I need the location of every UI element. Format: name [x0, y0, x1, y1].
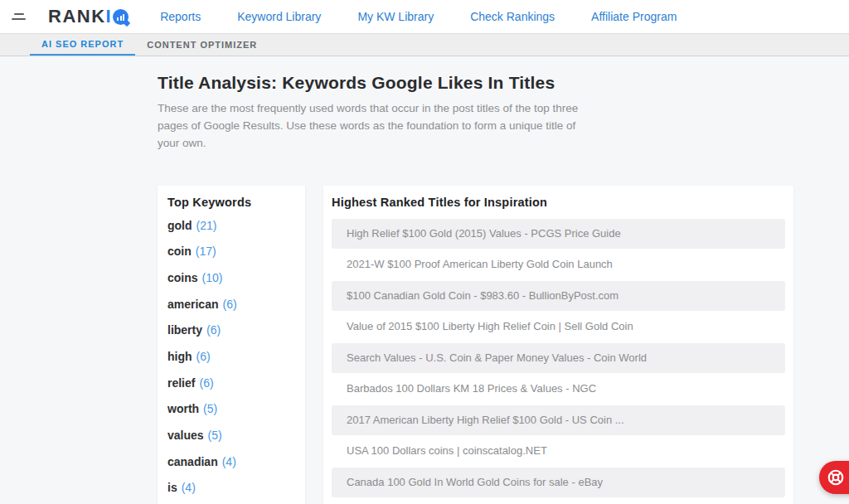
keyword-count: (6) [199, 376, 213, 390]
keyword-count: (5) [203, 402, 217, 415]
rankiq-logo[interactable]: RANKI [48, 6, 129, 27]
tab-ai-seo-report[interactable]: AI SEO REPORT [30, 34, 135, 56]
keyword-item: coin(17) [167, 238, 295, 264]
hamburger-menu-icon[interactable] [12, 7, 30, 26]
keyword-item: values(5) [167, 422, 295, 448]
keyword-count: (6) [196, 350, 211, 363]
logo-text-dark: RANK [48, 6, 106, 27]
keyword-word: liberty [167, 323, 202, 337]
keyword-item: much(4) [167, 501, 295, 504]
keyword-word: high [167, 350, 192, 363]
keyword-word: canadian [167, 455, 218, 468]
tab-content-optimizer[interactable]: CONTENT OPTIMIZER [135, 34, 269, 56]
report-tabbar: AI SEO REPORT CONTENT OPTIMIZER [0, 33, 849, 56]
keyword-item: worth(5) [167, 396, 295, 423]
nav-link-check-rankings[interactable]: Check Rankings [470, 10, 555, 23]
ranked-title-row: USA 100 Dollars coins | coinscatalog.NET [332, 436, 785, 466]
page-title: Title Analysis: Keywords Google Likes In… [158, 73, 849, 93]
help-beacon-button[interactable] [819, 461, 849, 494]
keyword-item: relief(6) [167, 370, 295, 396]
top-keywords-panel: Top Keywords gold(21) coin(17) coins(10)… [158, 186, 305, 504]
ranked-title-row: High Relief $100 Gold (2015) Values - PC… [332, 219, 785, 249]
ranked-title-row: Canada 100 Gold In World Gold Coins for … [332, 468, 785, 497]
keyword-count: (21) [196, 219, 217, 232]
keyword-word: coins [167, 271, 198, 284]
primary-nav: Reports Keyword Library My KW Library Ch… [160, 10, 677, 23]
ranked-titles-panel: Highest Ranked Titles for Inspiration Hi… [323, 186, 793, 504]
top-keywords-heading: Top Keywords [167, 196, 295, 209]
keyword-count: (6) [206, 323, 221, 337]
nav-link-keyword-library[interactable]: Keyword Library [237, 10, 321, 23]
keyword-count: (17) [196, 245, 216, 258]
keyword-word: gold [167, 219, 192, 232]
ranked-title-row: Search Values - U.S. Coin & Paper Money … [332, 343, 785, 373]
ranked-titles-heading: Highest Ranked Titles for Inspiration [332, 196, 785, 209]
rankiq-q-chart-icon [113, 9, 129, 25]
keyword-count: (5) [208, 429, 222, 442]
life-ring-icon [827, 468, 845, 487]
keyword-word: american [167, 298, 218, 311]
keyword-word: relief [167, 376, 195, 390]
keyword-item: is(4) [167, 475, 295, 502]
main-content: Title Analysis: Keywords Google Likes In… [0, 56, 849, 504]
nav-link-affiliate-program[interactable]: Affiliate Program [591, 10, 677, 23]
ranked-title-row: How much are my $100 Platinum Eagles (Pr… [332, 498, 785, 504]
keyword-count: (4) [182, 481, 196, 494]
logo-text-blue: I [106, 6, 113, 27]
ranked-titles-list: High Relief $100 Gold (2015) Values - PC… [332, 219, 785, 504]
keyword-item: high(6) [167, 343, 295, 370]
top-navbar: RANKI Reports Keyword Library My KW Libr… [0, 0, 849, 33]
keyword-word: worth [167, 402, 199, 415]
keyword-item: american(6) [167, 291, 295, 317]
keyword-count: (4) [222, 455, 236, 468]
nav-link-reports[interactable]: Reports [160, 10, 201, 23]
keyword-item: coins(10) [167, 264, 295, 291]
nav-link-my-kw-library[interactable]: My KW Library [357, 10, 434, 23]
ranked-title-row: Barbados 100 Dollars KM 18 Prices & Valu… [332, 374, 785, 404]
keyword-item: liberty(6) [167, 317, 295, 344]
keyword-count: (6) [222, 298, 236, 311]
ranked-title-row: $100 Canadian Gold Coin - $983.60 - Bull… [332, 281, 785, 311]
keyword-item: gold(21) [167, 212, 295, 239]
ranked-title-row: Value of 2015 $100 Liberty High Relief C… [332, 312, 785, 342]
keyword-count: (10) [202, 271, 223, 284]
page-subtitle: These are the most frequently used words… [158, 100, 589, 153]
keyword-item: canadian(4) [167, 448, 295, 475]
ranked-title-row: 2017 American Liberty High Relief $100 G… [332, 405, 785, 435]
keyword-word: is [167, 481, 177, 494]
ranked-title-row: 2021-W $100 Proof American Liberty Gold … [332, 250, 785, 279]
keyword-word: coin [167, 245, 192, 258]
keyword-word: values [167, 429, 204, 442]
keyword-list: gold(21) coin(17) coins(10) american(6) … [167, 212, 295, 504]
